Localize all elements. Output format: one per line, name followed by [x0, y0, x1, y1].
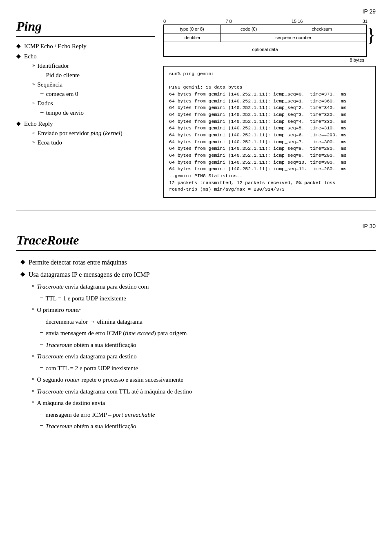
tr-sub-text-4: O segundo router repete o processo e ass… — [37, 375, 184, 385]
dash-pid-text: Pid do cliente — [46, 71, 80, 80]
sub-bullet-4: » — [32, 129, 35, 136]
tr-dash-bullet-2: – — [40, 317, 43, 324]
tr-dash-text-1: TTL = 1 e porta UDP inexistente — [46, 294, 126, 303]
optional-cell: optional data — [164, 42, 367, 57]
identifier-cell: identifier — [164, 33, 220, 42]
icmp-row-1: type (0 or 8) code (0) checksum — [164, 25, 367, 33]
tr-diamond-1: ◆ — [20, 258, 25, 265]
sub-bullet-1: » — [32, 62, 35, 68]
tr-dash-text-6: mensagem de erro ICMP – port unreachable — [46, 410, 155, 420]
tr-sub-bullet-4: » — [32, 375, 35, 382]
tr-dash-text-7: Traceroute obtém a sua identificação — [46, 422, 136, 431]
tr-sub-bullet-1: » — [32, 282, 35, 289]
icmp-diagram: 0 7 8 15 16 31 type (0 or 8) code (0) ch… — [163, 19, 376, 198]
tr-sub-6: » A máquina de destino envia — [32, 398, 376, 408]
sub-enviado: » Enviado por servidor ping (kernel) — [32, 129, 122, 138]
tr-dash-4: – Traceroute obtém a sua identificação — [40, 340, 376, 350]
tr-dash-text-4: Traceroute obtém a sua identificação — [46, 340, 136, 350]
tr-dash-bullet-7: – — [40, 422, 43, 429]
tr-sub-text-6: A máquina de destino envia — [37, 398, 105, 408]
bullet-icmp: ◆ ICMP Echo / Echo Reply — [16, 42, 155, 51]
tr-dash-bullet-4: – — [40, 340, 43, 347]
tr-dash-1: – TTL = 1 e porta UDP inexistente — [40, 294, 376, 303]
seq-cell: sequence number — [220, 33, 367, 42]
type-cell: type (0 or 8) — [164, 25, 220, 33]
dash-comeca-text: começa em 0 — [46, 90, 78, 98]
dash-tempo: – tempo de envio — [40, 109, 84, 117]
tr-sub-text-2: O primeiro router — [37, 305, 81, 315]
dash-3: – — [40, 109, 44, 116]
diamond-icon-3: ◆ — [16, 120, 21, 127]
sub-ecoa: » Ecoa tudo — [32, 138, 122, 147]
dash-2: – — [40, 90, 44, 97]
tr-dash-5: – com TTL = 2 e porta UDP inexistente — [40, 364, 376, 373]
traceroute-divider — [16, 250, 376, 251]
diamond-icon-1: ◆ — [16, 42, 21, 49]
code-cell: code (0) — [220, 25, 277, 33]
sub-dados-text: Dados — [38, 99, 53, 108]
icmp-row-2: identifier sequence number — [164, 33, 367, 42]
bullet-echo-reply-text: Echo Reply — [24, 120, 53, 127]
ping-title: Ping — [16, 19, 155, 34]
tr-sub-bullet-3: » — [32, 352, 35, 358]
sub-identificador-text: Identificador — [38, 62, 69, 70]
ping-left: Ping ◆ ICMP Echo / Echo Reply ◆ Echo » I… — [16, 19, 155, 198]
traceroute-title: TraceRoute — [16, 233, 376, 248]
dash-tempo-text: tempo de envio — [46, 109, 84, 117]
page-number-2: IP 30 — [16, 223, 376, 229]
tr-sub-bullet-2: » — [32, 305, 35, 312]
tr-bullet-1: ◆ Permite detectar rotas entre máquinas — [20, 258, 376, 267]
tr-sub-5: » Traceroute envia datagrama com TTL até… — [32, 387, 376, 396]
sub-bullet-2: » — [32, 80, 35, 87]
tr-dash-bullet-6: – — [40, 410, 43, 417]
terminal-output: sun% ping gemini PING gemini: 56 data by… — [163, 66, 376, 198]
dash-comeca: – começa em 0 — [40, 90, 84, 98]
sub-bullet-5: » — [32, 138, 35, 145]
sub-ecoa-text: Ecoa tudo — [38, 138, 62, 147]
traceroute-bullet-list: ◆ Permite detectar rotas entre máquinas … — [20, 258, 376, 431]
tr-sub-3: » Traceroute envia datagrama para destin… — [32, 352, 376, 361]
tr-dash-bullet-3: – — [40, 329, 43, 336]
echo-sub-list: » Identificador – Pid do cliente » Sequê… — [32, 62, 84, 117]
tr-dash-text-3: envia mensagem de erro ICMP (time exceed… — [46, 329, 187, 338]
tr-sub-4: » O segundo router repete o processo e a… — [32, 375, 376, 385]
icmp-row-3: optional data — [164, 42, 367, 57]
bullet-echo-reply: ◆ Echo Reply » Enviado por servidor ping… — [16, 120, 155, 148]
echo-reply-sub-list: » Enviado por servidor ping (kernel) » E… — [32, 129, 122, 147]
tr-dash-bullet-5: – — [40, 364, 43, 371]
tr-dash-bullet-1: – — [40, 294, 43, 301]
ping-right: 0 7 8 15 16 31 type (0 or 8) code (0) ch… — [155, 19, 376, 198]
right-brace: } — [366, 25, 376, 45]
sub-bullet-3: » — [32, 99, 35, 106]
tr-dash-6: – mensagem de erro ICMP – port unreachab… — [40, 410, 376, 420]
bullet-echo: ◆ Echo » Identificador – Pid do cliente — [16, 52, 155, 118]
tr-sub-text-1: Traceroute envia datagrama para destino … — [37, 282, 149, 291]
bullet-echo-text: Echo — [24, 53, 37, 60]
tr-text-1: Permite detectar rotas entre máquinas — [29, 258, 127, 267]
page-divider — [16, 210, 376, 211]
dash-1: – — [40, 71, 44, 78]
tr-text-2: Usa datagramas IP e mensagens de erro IC… — [29, 270, 150, 280]
bit-0: 0 — [163, 19, 166, 24]
tr-sub-1: » Traceroute envia datagrama para destin… — [32, 282, 376, 291]
ping-section: Ping ◆ ICMP Echo / Echo Reply ◆ Echo » I… — [16, 19, 376, 198]
tr-sub-bullet-6: » — [32, 398, 35, 405]
diamond-icon-2: ◆ — [16, 53, 21, 60]
sub-sequencia-text: Sequência — [38, 80, 63, 89]
tr-dash-text-5: com TTL = 2 e porta UDP inexistente — [46, 364, 138, 373]
echo-content: Echo » Identificador – Pid do cliente — [24, 52, 84, 118]
page-1: IP 29 Ping ◆ ICMP Echo / Echo Reply ◆ Ec… — [16, 8, 376, 198]
tr-sub-2: » O primeiro router — [32, 305, 376, 315]
tr-sub-bullet-5: » — [32, 387, 35, 393]
checksum-cell: checksum — [277, 25, 367, 33]
sub-dados: » Dados — [32, 99, 84, 108]
tr-sub-text-5: Traceroute envia datagrama com TTL até à… — [37, 387, 192, 396]
icmp-table: type (0 or 8) code (0) checksum identifi… — [163, 24, 367, 57]
ping-divider — [16, 36, 155, 37]
echo-reply-content: Echo Reply » Enviado por servidor ping (… — [24, 120, 122, 148]
bytes-label: 8 bytes — [350, 58, 364, 62]
dash-pid: – Pid do cliente — [40, 71, 84, 80]
tr-dash-text-2: decrementa valor → elimina datagrama — [46, 317, 143, 327]
sub-identificador: » Identificador — [32, 62, 84, 70]
bit-78: 7 8 — [225, 19, 232, 24]
